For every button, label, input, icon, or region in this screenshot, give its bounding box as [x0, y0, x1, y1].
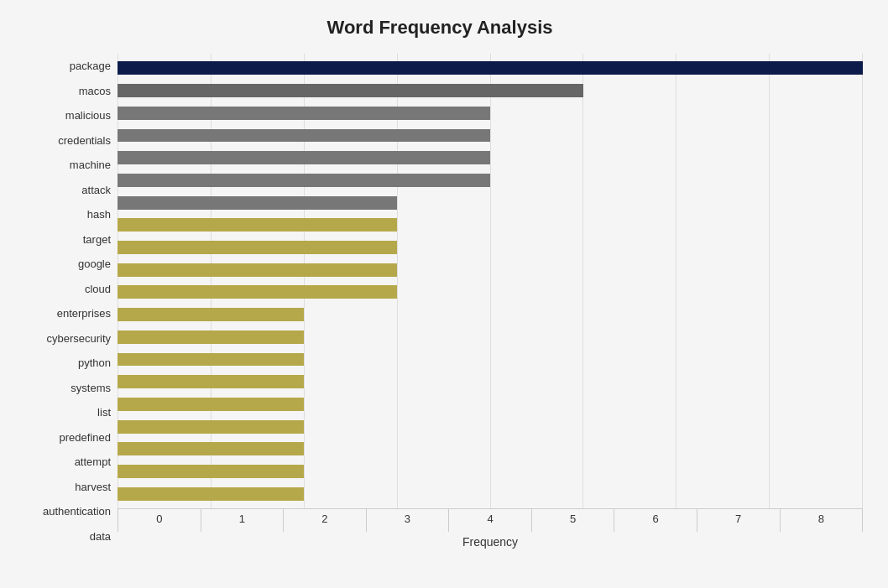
x-tick: 0 [118, 509, 201, 532]
bar [118, 442, 304, 455]
bar-row [118, 415, 863, 438]
bar [118, 375, 304, 388]
x-tick: 6 [614, 509, 697, 532]
x-tick: 5 [531, 509, 614, 532]
bar [118, 263, 397, 277]
bar [118, 353, 304, 367]
bar [118, 487, 304, 501]
bar [118, 61, 863, 75]
bar-row [118, 124, 863, 147]
bar-row [118, 147, 863, 169]
bar [118, 398, 304, 411]
x-tick: 4 [448, 509, 531, 532]
y-label: attempt [75, 456, 111, 467]
x-axis-label: Frequency [118, 535, 863, 549]
bar-row [118, 80, 863, 102]
y-axis-labels: packagemacosmaliciouscredentialsmachinea… [17, 54, 118, 549]
bar-row [118, 371, 863, 393]
y-label: machine [70, 159, 111, 170]
bar [118, 241, 397, 254]
bar-row [118, 304, 863, 326]
bar-row [118, 348, 863, 371]
bar [118, 196, 397, 210]
bar-row [118, 482, 863, 505]
y-label: malicious [65, 110, 111, 121]
bar-row [118, 461, 863, 483]
bar [118, 151, 490, 164]
x-tick: 2 [283, 509, 366, 532]
bar [118, 308, 304, 321]
y-label: data [90, 531, 111, 542]
bar-row [118, 258, 863, 281]
x-tick: 7 [697, 509, 780, 532]
bar-row [118, 214, 863, 237]
bar [118, 129, 490, 143]
y-label: harvest [75, 481, 111, 492]
y-label: cybersecurity [46, 333, 111, 344]
bar-row [118, 325, 863, 348]
y-label: list [97, 407, 111, 418]
y-label: credentials [58, 135, 111, 146]
y-label: package [70, 60, 111, 71]
bar-row [118, 281, 863, 304]
bar [118, 330, 304, 344]
bar [118, 174, 490, 187]
chart-title: Word Frequency Analysis [17, 17, 863, 39]
x-tick: 8 [780, 509, 864, 532]
bar [118, 84, 583, 97]
y-label: macos [79, 86, 111, 96]
y-label: predefined [60, 432, 111, 443]
bar-row [118, 169, 863, 192]
y-label: target [83, 234, 111, 245]
y-label: systems [71, 382, 111, 393]
y-label: google [78, 258, 111, 269]
x-tick: 3 [366, 509, 449, 532]
bar [118, 465, 304, 478]
bar-row [118, 191, 863, 214]
bar-row [118, 438, 863, 461]
y-label: enterprises [57, 308, 111, 319]
bar-row [118, 393, 863, 416]
bar [118, 420, 304, 434]
y-label: cloud [85, 284, 111, 294]
y-label: authentication [43, 506, 111, 517]
bar [118, 218, 397, 232]
chart-container: Word Frequency Analysis packagemacosmali… [0, 0, 888, 588]
y-label: python [78, 357, 111, 368]
bar-row [118, 57, 863, 80]
y-label: hash [87, 209, 111, 220]
bar-row [118, 237, 863, 259]
bar-row [118, 101, 863, 124]
bar [118, 107, 490, 120]
y-label: attack [81, 185, 111, 195]
x-tick: 1 [201, 509, 284, 532]
bar [118, 285, 397, 299]
